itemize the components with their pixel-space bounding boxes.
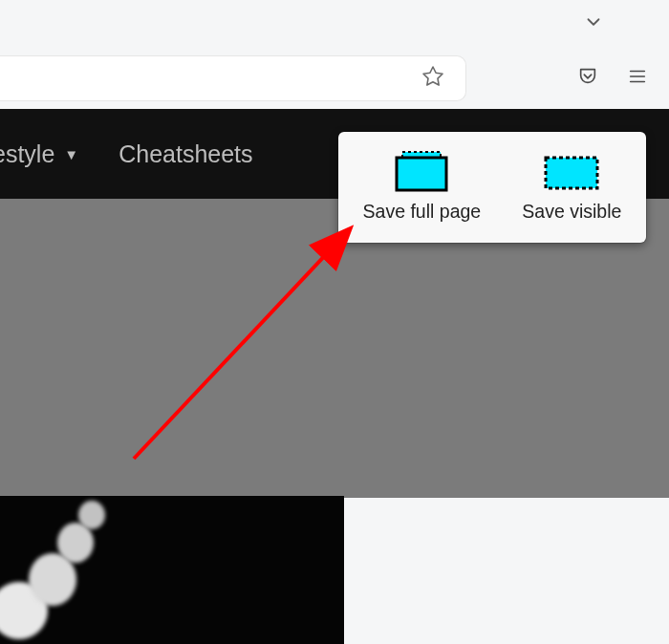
svg-rect-5 — [397, 158, 446, 190]
browser-toolbar — [0, 48, 669, 109]
page-hero-region — [0, 199, 669, 498]
nav-item-lifestyle[interactable]: estyle ▼ — [0, 140, 78, 168]
save-full-page-button[interactable]: Save full page — [357, 149, 487, 226]
address-bar[interactable] — [0, 55, 466, 101]
hamburger-menu-icon[interactable] — [621, 60, 654, 97]
full-page-icon — [389, 153, 454, 193]
svg-marker-0 — [423, 67, 442, 85]
save-visible-label: Save visible — [522, 201, 621, 223]
bookmark-star-icon[interactable] — [418, 61, 448, 96]
nav-item-label: Cheatsheets — [119, 140, 252, 168]
save-visible-button[interactable]: Save visible — [516, 149, 627, 226]
toolbar-right-icons — [572, 60, 654, 97]
nav-item-label: estyle — [0, 140, 54, 168]
hero-image — [0, 496, 344, 644]
browser-tab-strip — [0, 0, 669, 48]
visible-area-icon — [539, 153, 604, 193]
caret-down-icon: ▼ — [64, 146, 78, 162]
tab-overflow-chevron-icon[interactable] — [575, 4, 612, 44]
pocket-icon[interactable] — [572, 60, 604, 97]
screenshot-extension-popup: Save full page Save visible — [338, 132, 646, 243]
nav-item-cheatsheets[interactable]: Cheatsheets — [119, 140, 252, 168]
save-full-page-label: Save full page — [363, 201, 482, 223]
svg-rect-6 — [546, 158, 597, 188]
